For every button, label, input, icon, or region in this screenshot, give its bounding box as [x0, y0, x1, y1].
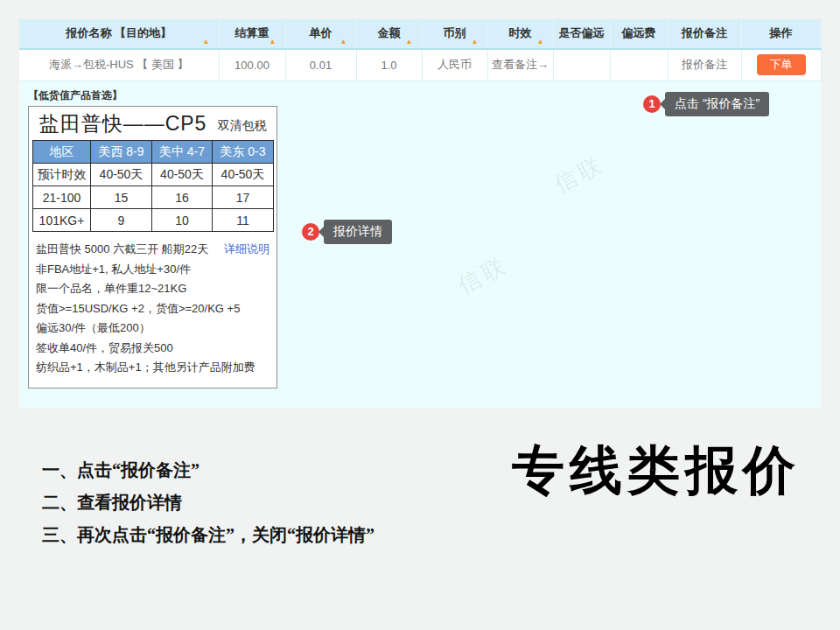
- sort-icon[interactable]: ▲: [472, 38, 479, 46]
- sort-icon[interactable]: ▲: [406, 38, 413, 46]
- card-notes: 盐田普快 5000 六截三开 船期22天 详细说明 非FBA地址+1, 私人地址…: [29, 232, 276, 378]
- annotation-1: 1 点击 “报价备注”: [643, 92, 769, 116]
- card-title: 盐田普快——CP5: [39, 110, 207, 137]
- note-line: 货值>=15USD/KG +2，货值>=20/KG +5: [36, 299, 270, 319]
- watermark: 信联: [452, 249, 513, 301]
- detail-link[interactable]: 详细说明: [224, 240, 270, 260]
- section-label: 【低货值产品首选】: [28, 88, 122, 103]
- note-line: 纺织品+1，木制品+1；其他另计产品附加费: [36, 358, 270, 378]
- instruction-step-3: 三、再次点击“报价备注”，关闭“报价详情”: [42, 519, 374, 551]
- instruction-list: 一、点击“报价备注” 二、查看报价详情 三、再次点击“报价备注”，关闭“报价详情…: [42, 454, 374, 551]
- cell-amount: 1.0: [356, 49, 422, 80]
- order-button[interactable]: 下单: [757, 54, 806, 75]
- cell-remote-fee: [610, 49, 668, 80]
- sort-icon[interactable]: ▲: [340, 38, 347, 46]
- pricing-row-eta: 预计时效 40-50天 40-50天 40-50天: [33, 164, 274, 186]
- page-title: 专线类报价: [483, 436, 830, 507]
- pricing-row-21-100: 21-100 15 16 17: [33, 186, 274, 209]
- col-currency[interactable]: 币别▲: [422, 19, 487, 49]
- table-row: 海派→包税-HUS 【 美国 】 100.00 0.01 1.0 人民币 查看备…: [19, 49, 821, 80]
- note-line: 非FBA地址+1, 私人地址+30/件: [36, 260, 270, 280]
- instruction-step-1: 一、点击“报价备注”: [42, 454, 374, 486]
- quote-table: 报价名称 【目的地】▲ 结算重▲ 单价▲ 金额▲ 币别▲ 时效▲ 是否偏远 偏远…: [19, 19, 822, 81]
- step-1-tooltip: 点击 “报价备注”: [665, 92, 769, 116]
- cell-is-remote: [553, 49, 610, 80]
- quote-detail-card: 盐田普快——CP5 双清包税 地区 美西 8-9 美中 4-7 美东 0-3 预…: [28, 106, 277, 388]
- col-action: 操作: [741, 19, 821, 49]
- col-is-remote: 是否偏远: [553, 19, 610, 49]
- pricing-col-region: 地区: [33, 141, 91, 164]
- cell-quote-name: 海派→包税-HUS 【 美国 】: [19, 49, 219, 80]
- sort-icon[interactable]: ▲: [537, 38, 544, 46]
- cell-settle-weight: 100.00: [219, 49, 285, 80]
- pricing-table: 地区 美西 8-9 美中 4-7 美东 0-3 预计时效 40-50天 40-5…: [32, 140, 274, 232]
- pricing-row-101kg: 101KG+ 9 10 11: [33, 209, 274, 232]
- col-remote-fee: 偏远费: [610, 19, 668, 49]
- col-quote-remark: 报价备注: [668, 19, 741, 49]
- card-subtitle: 双清包税: [217, 113, 266, 134]
- cell-unit-price: 0.01: [285, 49, 356, 80]
- note-line: 偏远30/件（最低200）: [36, 318, 270, 339]
- note-line: 限一个品名，单件重12~21KG: [36, 279, 270, 299]
- pricing-col-east: 美东 0-3: [213, 141, 274, 164]
- col-validity[interactable]: 时效▲: [487, 19, 553, 49]
- cell-currency: 人民币: [422, 49, 487, 80]
- card-title-row: 盐田普快——CP5 双清包税: [29, 107, 276, 140]
- step-2-tooltip: 报价详情: [324, 220, 392, 244]
- col-unit-price[interactable]: 单价▲: [285, 19, 356, 49]
- col-settle-weight[interactable]: 结算重▲: [219, 19, 285, 49]
- step-1-badge: 1: [643, 95, 661, 113]
- note-line: 盐田普快 5000 六截三开 船期22天 详细说明: [36, 240, 270, 260]
- pricing-header-row: 地区 美西 8-9 美中 4-7 美东 0-3: [33, 141, 274, 164]
- instruction-step-2: 二、查看报价详情: [42, 486, 374, 519]
- pricing-col-central: 美中 4-7: [152, 141, 213, 164]
- cell-action: 下单: [741, 49, 821, 80]
- col-amount[interactable]: 金额▲: [356, 19, 422, 49]
- table-header-row: 报价名称 【目的地】▲ 结算重▲ 单价▲ 金额▲ 币别▲ 时效▲ 是否偏远 偏远…: [19, 19, 821, 49]
- pricing-col-west: 美西 8-9: [91, 141, 152, 164]
- watermark: 信联: [549, 149, 609, 200]
- annotation-2: 2 报价详情: [302, 220, 392, 244]
- col-quote-name[interactable]: 报价名称 【目的地】▲: [19, 19, 219, 49]
- cell-validity-link[interactable]: 查看备注→: [487, 49, 553, 80]
- step-2-badge: 2: [302, 223, 319, 241]
- cell-quote-remark-link[interactable]: 报价备注: [668, 49, 741, 80]
- sort-icon[interactable]: ▲: [203, 38, 210, 46]
- sort-icon[interactable]: ▲: [270, 38, 276, 46]
- note-line: 签收单40/件，贸易报关500: [36, 339, 270, 359]
